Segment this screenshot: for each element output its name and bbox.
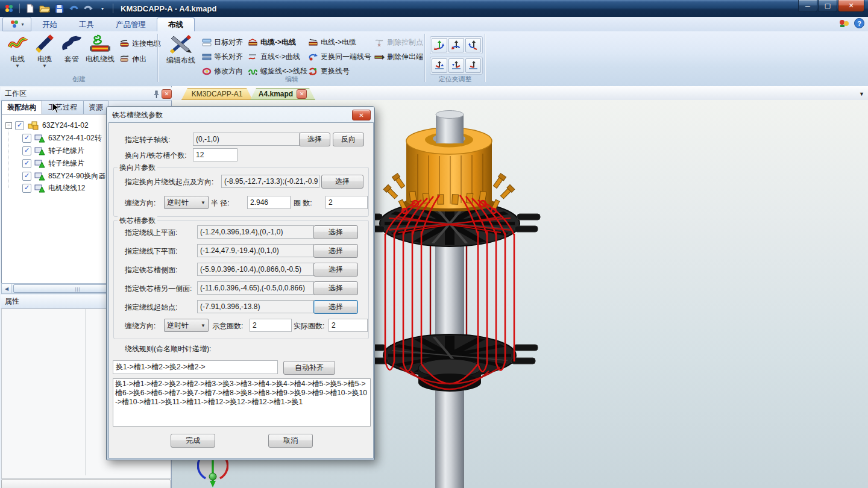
rotor-axis-reverse-button[interactable]: 反向	[333, 133, 364, 146]
upper-plane-select-button[interactable]: 选择	[313, 225, 358, 239]
tab-tools[interactable]: 工具	[68, 18, 105, 31]
clamp-adjust-button-3[interactable]	[465, 38, 481, 52]
dialog-title-bar[interactable]: 铁芯槽绕线参数 ✕	[108, 108, 373, 122]
tree-item-row[interactable]: ✓ 85ZY24-90换向器	[22, 171, 105, 181]
open-file-button[interactable]	[39, 3, 50, 14]
sleeve-button[interactable]: 套管	[59, 34, 84, 77]
delete-extend-end-button[interactable]: 删除伸出端	[374, 49, 423, 64]
motor-winding-button[interactable]: 电机绕线	[83, 34, 117, 77]
winding-rule-input[interactable]: 换1->槽1->槽2->换2->槽2->	[113, 360, 278, 374]
tab-start[interactable]: 开始	[31, 18, 68, 31]
document-tab-km3dcapp[interactable]: KM3DCAPP-A1	[181, 88, 253, 100]
maximize-button[interactable]: ▢	[818, 0, 837, 12]
radius-input[interactable]: 2.946	[247, 196, 291, 209]
application-menu-button[interactable]: ▾	[2, 17, 31, 31]
cable-button[interactable]: 电缆 ▼	[32, 34, 57, 77]
checkbox-checked[interactable]: ✓	[22, 159, 31, 168]
tab-list-dropdown-icon[interactable]: ▼	[859, 91, 864, 97]
side-face-field[interactable]: (-5.9,0.396,-10.4),(0.866,0,-0.5)	[197, 263, 314, 276]
checkbox-checked[interactable]: ✓	[15, 121, 24, 130]
checkbox-checked[interactable]: ✓	[22, 134, 31, 143]
upper-plane-field[interactable]: (-1.24,0.396,19.4),(0,-1,0)	[197, 225, 314, 239]
rotor-axis-select-button[interactable]: 选择	[299, 133, 330, 146]
other-side-face-field[interactable]: (-11.6,0.396,-4.65),(-0.5,0,0.866)	[197, 281, 314, 295]
document-tab-a4[interactable]: A4.kmapd ✕	[250, 88, 315, 100]
core-direction-dropdown[interactable]: 逆时针▼	[164, 319, 209, 332]
sleeve-icon	[61, 34, 82, 53]
tree-item-row[interactable]: ✓ 转子绝缘片	[22, 146, 84, 156]
divider	[19, 4, 20, 13]
winding-sequence-textarea[interactable]: 换1->槽1->槽2->换2->槽2->槽3->换3->槽3->槽4->换4->…	[113, 378, 371, 427]
app-logo-icon[interactable]	[4, 3, 14, 14]
wire-button[interactable]: 电线 ▼	[5, 34, 30, 77]
line-curve-button[interactable]: 直线<->曲线	[248, 49, 307, 64]
tab-assembly-structure[interactable]: 装配结构	[1, 101, 42, 114]
clamp-adjust-button-5[interactable]	[448, 58, 464, 73]
commutator-direction-dropdown[interactable]: 逆时针▼	[164, 196, 209, 209]
save-button[interactable]	[54, 3, 64, 14]
tab-process[interactable]: 工艺过程	[41, 101, 84, 114]
tab-product-management[interactable]: 产品管理	[105, 18, 157, 31]
clamp-adjust-button-1[interactable]	[432, 38, 447, 52]
edit-route-button[interactable]: 编辑布线	[163, 34, 198, 77]
other-side-face-select-button[interactable]: 选择	[313, 281, 358, 295]
checkbox-checked[interactable]: ✓	[22, 184, 31, 193]
connect-cable-button[interactable]: 连接电缆	[119, 36, 161, 51]
commutator-group-label: 换向片参数	[118, 163, 157, 173]
clamp-arrows-icon	[468, 40, 479, 50]
auto-complete-button[interactable]: 自动补齐	[283, 361, 335, 375]
workspace-close-icon[interactable]: ✕	[162, 89, 172, 99]
minimize-button[interactable]: ─	[798, 0, 817, 12]
turns-label: 圈 数:	[294, 198, 312, 208]
start-point-select-button[interactable]: 选择	[313, 300, 358, 314]
qat-customize-dropdown[interactable]: ▾	[97, 3, 108, 14]
extend-button[interactable]: 伸出	[119, 52, 146, 66]
cable-to-wire-button[interactable]: 电缆->电线	[248, 35, 307, 49]
pin-icon[interactable]	[153, 90, 160, 98]
lower-plane-field[interactable]: (-1.24,47.9,-19.4),(0,1,0)	[197, 244, 314, 257]
target-align-button[interactable]: 目标对齐	[202, 35, 243, 49]
assembly-icon	[27, 120, 39, 130]
tree-item-row[interactable]: ✓ 63ZY24-41-02转	[22, 133, 102, 143]
turns-input[interactable]: 2	[326, 196, 368, 209]
finish-button[interactable]: 完成	[171, 434, 215, 448]
real-turns-input[interactable]: 2	[329, 319, 368, 332]
commutator-start-field[interactable]: (-8.95,-12.7,-13.3);(-0.21,-0.9	[221, 175, 319, 188]
cable-to-wire-label: 电缆->电线	[260, 37, 296, 48]
clamp-adjust-button-4[interactable]	[432, 58, 447, 73]
dialog-close-icon[interactable]: ✕	[352, 110, 371, 120]
tree-item-row[interactable]: ✓ 电机绕线12	[22, 183, 85, 193]
scroll-left-arrow[interactable]: ◀	[2, 284, 12, 293]
commutator-start-select-button[interactable]: 选择	[321, 175, 363, 189]
ribbon-group-clamp: 定位夹调整	[425, 31, 485, 86]
tab-routing[interactable]: 布线	[157, 17, 195, 31]
side-face-select-button[interactable]: 选择	[313, 263, 358, 277]
lower-plane-select-button[interactable]: 选择	[313, 244, 358, 258]
checkbox-checked[interactable]: ✓	[22, 146, 31, 155]
help-icon[interactable]: ?	[854, 18, 864, 28]
commutator-start-label: 指定换向片绕线起点及方向:	[125, 177, 213, 187]
clamp-adjust-button-6[interactable]	[465, 58, 481, 73]
tree-root-row[interactable]: − ✓ 63ZY24-41-02	[5, 120, 89, 130]
tree-item-row[interactable]: ✓ 转子绝缘片	[22, 158, 84, 169]
rotor-axis-field[interactable]: (0,-1,0)	[193, 133, 300, 146]
undo-button[interactable]	[68, 3, 79, 14]
orientation-triad-icon[interactable]	[197, 459, 228, 488]
group-separator	[157, 34, 158, 82]
change-same-end-number-button[interactable]: 更换同一端线号	[308, 49, 371, 64]
demo-turns-input[interactable]: 2	[250, 319, 292, 332]
clamp-adjust-button-2[interactable]	[448, 38, 464, 52]
checkbox-checked[interactable]: ✓	[22, 172, 31, 181]
change-same-end-number-icon	[308, 53, 318, 61]
segment-count-input[interactable]: 12	[193, 148, 237, 161]
new-file-button[interactable]	[25, 3, 36, 14]
wire-to-cable-button[interactable]: 电线->电缆	[308, 35, 371, 49]
equal-length-align-button[interactable]: 等长对齐	[202, 49, 243, 64]
document-tab-close-icon[interactable]: ✕	[297, 89, 307, 99]
start-point-field[interactable]: (-7.91,0.396,-13.8)	[197, 300, 314, 313]
redo-button[interactable]	[83, 3, 93, 14]
close-button[interactable]: ✕	[838, 0, 864, 12]
delete-control-point-button[interactable]: 删除控制点	[374, 35, 423, 49]
tab-resources[interactable]: 资源	[83, 101, 108, 114]
cancel-button[interactable]: 取消	[268, 434, 313, 448]
